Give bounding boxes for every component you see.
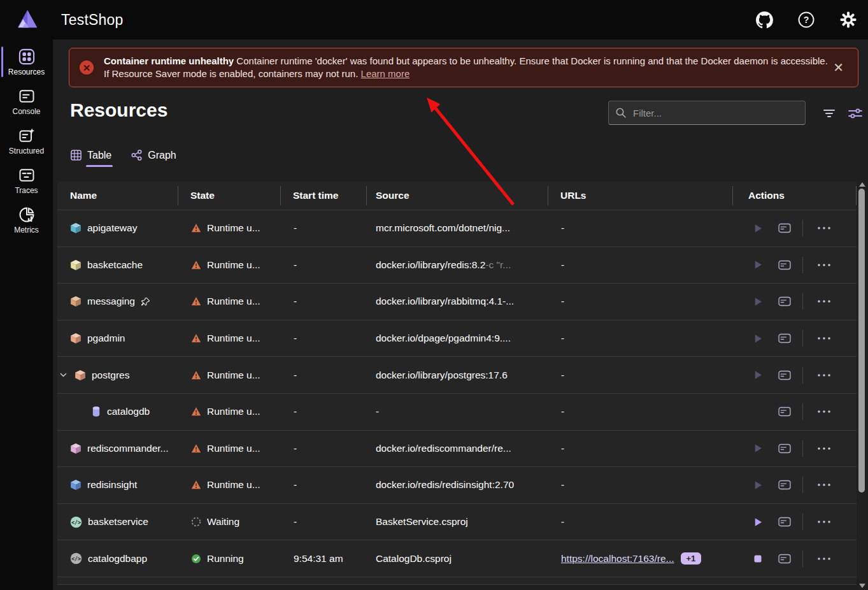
console-logs-icon bbox=[778, 296, 791, 307]
source-value: docker.io/library/rabbitmq:4.1-... bbox=[376, 296, 514, 307]
main-content: ✕ Container runtime unhealthy Container … bbox=[53, 40, 868, 590]
url-count-badge[interactable]: +1 bbox=[681, 552, 702, 565]
column-header-name[interactable]: Name bbox=[57, 182, 178, 210]
expand-toggle[interactable] bbox=[59, 371, 69, 379]
state-cell: Waiting bbox=[178, 516, 280, 528]
console-logs-button[interactable] bbox=[778, 259, 791, 271]
chevron-down-icon[interactable] bbox=[59, 371, 68, 379]
state-label: Runtime u... bbox=[207, 406, 260, 417]
start-resource-button[interactable] bbox=[751, 259, 764, 271]
filter-input[interactable] bbox=[633, 108, 799, 119]
more-actions-button[interactable] bbox=[816, 259, 832, 271]
start-time-value: - bbox=[294, 406, 297, 417]
column-header-state[interactable]: State bbox=[178, 182, 280, 210]
stop-resource-button[interactable] bbox=[751, 552, 764, 565]
console-logs-button[interactable] bbox=[778, 332, 791, 345]
urls-cell: - bbox=[548, 406, 732, 417]
start-resource-button[interactable] bbox=[751, 369, 764, 382]
resource-name[interactable]: catalogdbapp bbox=[88, 553, 147, 565]
resource-name[interactable]: basketservice bbox=[88, 516, 148, 528]
sidebar-item-metrics[interactable]: Metrics bbox=[0, 200, 53, 240]
column-options-icon[interactable] bbox=[845, 103, 865, 124]
resource-name[interactable]: basketcache bbox=[87, 259, 143, 271]
table-body: apigateway Runtime u... - mcr.microsoft.… bbox=[57, 210, 857, 577]
console-logs-button[interactable] bbox=[778, 369, 791, 382]
console-logs-button[interactable] bbox=[778, 478, 791, 491]
state-cell: Runtime u... bbox=[178, 406, 280, 417]
more-actions-button[interactable] bbox=[816, 552, 832, 565]
tab-table[interactable]: Table bbox=[70, 147, 111, 168]
start-time-cell: - bbox=[280, 259, 366, 271]
urls-cell: - bbox=[548, 443, 732, 454]
sidebar-item-traces[interactable]: Traces bbox=[0, 161, 53, 200]
start-resource-button[interactable] bbox=[751, 295, 764, 308]
resource-name[interactable]: apigateway bbox=[87, 222, 137, 234]
sidebar-item-console[interactable]: Console bbox=[0, 82, 53, 121]
sidebar-item-label: Resources bbox=[8, 68, 45, 76]
resource-name[interactable]: pgadmin bbox=[87, 333, 125, 344]
resource-name[interactable]: catalogdb bbox=[107, 406, 150, 417]
start-resource-button[interactable] bbox=[751, 478, 764, 491]
scrollbar-thumb[interactable] bbox=[858, 189, 865, 493]
scrollbar-up-icon[interactable] bbox=[859, 182, 865, 187]
console-logs-button[interactable] bbox=[778, 222, 791, 234]
banner-close-icon[interactable]: ✕ bbox=[828, 59, 849, 76]
console-logs-button[interactable] bbox=[778, 405, 791, 418]
help-icon[interactable]: ? bbox=[797, 10, 816, 29]
start-time-value: - bbox=[294, 333, 297, 344]
table-row: redisinsight Runtime u... - docker.io/re… bbox=[57, 467, 857, 504]
start-resource-button[interactable] bbox=[751, 442, 764, 455]
console-logs-button[interactable] bbox=[778, 295, 791, 308]
name-cell: pgadmin bbox=[57, 333, 178, 344]
sidebar-item-label: Traces bbox=[15, 186, 38, 195]
filter-icon[interactable] bbox=[819, 103, 839, 124]
container-box-icon bbox=[70, 479, 82, 491]
start-resource-button[interactable] bbox=[751, 222, 764, 234]
start-resource-button[interactable] bbox=[751, 332, 764, 345]
console-logs-button[interactable] bbox=[778, 515, 791, 528]
resource-name[interactable]: rediscommander... bbox=[87, 443, 169, 454]
console-logs-icon bbox=[778, 333, 791, 344]
sidebar-item-resources[interactable]: Resources bbox=[0, 42, 53, 82]
github-icon[interactable] bbox=[755, 10, 774, 29]
stop-icon bbox=[753, 554, 763, 564]
resource-name[interactable]: messaging bbox=[87, 296, 135, 307]
source-cell: docker.io/dpage/pgadmin4:9.... bbox=[366, 333, 548, 344]
start-time-cell: - bbox=[280, 333, 366, 344]
more-actions-button[interactable] bbox=[816, 515, 832, 528]
console-logs-button[interactable] bbox=[778, 442, 791, 455]
sidebar-item-structured[interactable]: Structured bbox=[0, 121, 53, 161]
tab-graph[interactable]: Graph bbox=[131, 147, 176, 168]
more-actions-button[interactable] bbox=[816, 369, 832, 382]
urls-value: - bbox=[561, 296, 564, 307]
column-header-source[interactable]: Source bbox=[366, 182, 548, 210]
learn-more-link[interactable]: Learn more bbox=[361, 68, 410, 79]
scrollbar-down-icon[interactable] bbox=[859, 584, 865, 588]
more-actions-button[interactable] bbox=[816, 442, 832, 455]
sidebar-item-label: Metrics bbox=[14, 226, 39, 234]
warning-icon bbox=[191, 480, 201, 490]
column-header-actions[interactable]: Actions bbox=[732, 182, 857, 210]
warning-icon bbox=[191, 260, 201, 270]
more-actions-button[interactable] bbox=[816, 295, 832, 308]
resource-url-link[interactable]: https://localhost:7163/re... bbox=[561, 553, 674, 565]
resource-name[interactable]: postgres bbox=[92, 370, 129, 381]
name-cell: rediscommander... bbox=[57, 443, 178, 454]
table-row: </> catalogdbapp Running 9:54:31 am Cata… bbox=[57, 540, 857, 577]
settings-icon[interactable] bbox=[839, 10, 858, 29]
urls-value: - bbox=[561, 222, 564, 234]
more-actions-button[interactable] bbox=[816, 222, 832, 234]
start-time-cell: - bbox=[280, 516, 366, 528]
more-actions-button[interactable] bbox=[816, 332, 832, 345]
more-actions-button[interactable] bbox=[816, 405, 832, 418]
column-header-start-time[interactable]: Start time bbox=[280, 182, 366, 210]
more-actions-button[interactable] bbox=[816, 478, 832, 491]
console-logs-button[interactable] bbox=[778, 552, 791, 565]
traces-icon bbox=[18, 166, 36, 184]
source-value: docker.io/redis/redisinsight:2.70 bbox=[376, 479, 514, 491]
actions-cell bbox=[732, 330, 857, 347]
start-resource-button[interactable] bbox=[751, 515, 764, 528]
database-icon bbox=[91, 406, 101, 417]
resource-name[interactable]: redisinsight bbox=[87, 479, 137, 491]
column-header-urls[interactable]: URLs bbox=[548, 182, 732, 210]
